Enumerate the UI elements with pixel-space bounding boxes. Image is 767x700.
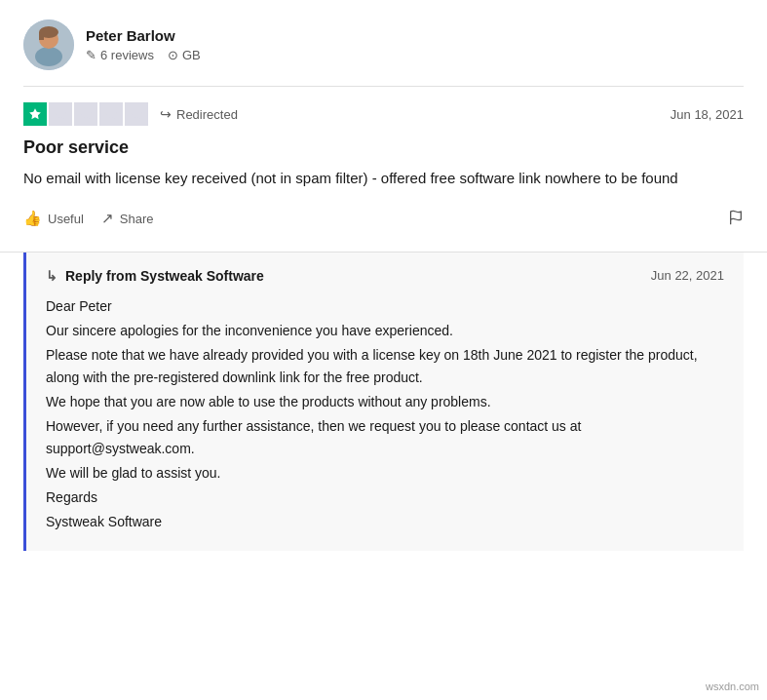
rating-row: ↪ Redirected Jun 18, 2021	[23, 102, 744, 126]
star-1	[23, 102, 47, 126]
review-date: Jun 18, 2021	[671, 107, 744, 122]
reply-line: Regards	[46, 486, 724, 509]
reply-body: Dear PeterOur sincere apologies for the …	[46, 295, 724, 534]
star-5	[125, 102, 148, 126]
star-3	[74, 102, 97, 126]
reply-date: Jun 22, 2021	[651, 268, 724, 283]
reply-from: ↳ Reply from Systweak Software	[46, 268, 264, 284]
reply-line: Please note that we have already provide…	[46, 344, 724, 389]
svg-marker-5	[29, 108, 41, 119]
location-icon: ⊙	[168, 48, 178, 62]
reply-line: Systweak Software	[46, 511, 724, 533]
reply-line: We hope that you are now able to use the…	[46, 391, 724, 413]
user-info: Peter Barlow ✎ 6 reviews ⊙ GB	[86, 27, 201, 62]
review-title: Poor service	[23, 137, 744, 158]
watermark: wsxdn.com	[706, 681, 759, 692]
svg-rect-4	[39, 32, 44, 40]
review-body: No email with license key received (not …	[23, 168, 744, 190]
redirected-label: Redirected	[176, 107, 238, 122]
user-meta: ✎ 6 reviews ⊙ GB	[86, 48, 201, 62]
redirect-icon: ↪	[160, 106, 172, 122]
user-name: Peter Barlow	[86, 27, 201, 44]
flag-button[interactable]	[728, 210, 744, 228]
actions-left: 👍 Useful ↗ Share	[23, 210, 154, 227]
reply-section: ↳ Reply from Systweak Software Jun 22, 2…	[23, 253, 744, 552]
star-4	[99, 102, 123, 126]
location-meta: ⊙ GB	[168, 48, 201, 62]
reply-arrow-icon: ↳	[46, 268, 58, 284]
edit-icon: ✎	[86, 48, 96, 62]
reviews-meta: ✎ 6 reviews	[86, 48, 154, 62]
svg-marker-7	[80, 108, 92, 119]
useful-button[interactable]: 👍 Useful	[23, 210, 84, 227]
share-label: Share	[120, 212, 154, 226]
user-location: GB	[182, 48, 201, 62]
user-header: Peter Barlow ✎ 6 reviews ⊙ GB	[23, 19, 744, 70]
reply-header: ↳ Reply from Systweak Software Jun 22, 2…	[46, 268, 724, 284]
reply-from-label: Reply from Systweak Software	[65, 268, 264, 284]
avatar	[23, 19, 74, 70]
redirected-badge: ↪ Redirected	[160, 106, 238, 122]
useful-label: Useful	[48, 212, 84, 226]
svg-marker-9	[131, 108, 142, 119]
reply-line: Our sincere apologies for the inconvenie…	[46, 320, 724, 342]
star-rating	[23, 102, 148, 126]
divider	[23, 86, 744, 87]
reply-line: Dear Peter	[46, 295, 724, 318]
actions-row: 👍 Useful ↗ Share	[23, 210, 744, 232]
svg-point-1	[35, 47, 62, 66]
rating-left: ↪ Redirected	[23, 102, 238, 126]
reply-line: However, if you need any further assista…	[46, 415, 724, 460]
svg-marker-8	[105, 108, 117, 119]
share-icon: ↗	[101, 210, 114, 227]
reviews-count: 6 reviews	[100, 48, 154, 62]
reply-line: We will be glad to assist you.	[46, 462, 724, 485]
star-2	[49, 102, 72, 126]
thumbs-up-icon: 👍	[23, 210, 42, 227]
svg-marker-6	[55, 108, 66, 119]
share-button[interactable]: ↗ Share	[101, 210, 154, 227]
